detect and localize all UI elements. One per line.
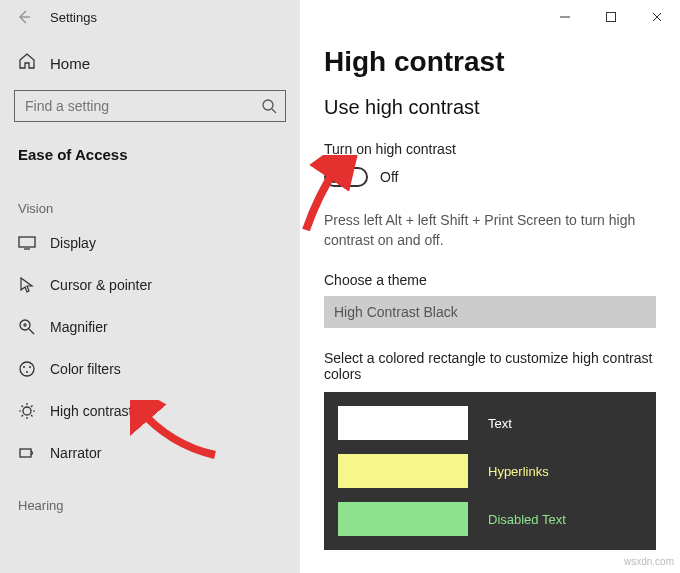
swatch-label-text: Text (488, 416, 512, 431)
swatch-text[interactable] (338, 406, 468, 440)
swatch-disabled[interactable] (338, 502, 468, 536)
magnifier-icon (18, 318, 36, 336)
sidebar-item-highcontrast[interactable]: High contrast (0, 390, 300, 432)
color-filters-icon (18, 360, 36, 378)
theme-label: Choose a theme (324, 272, 656, 288)
customize-label: Select a colored rectangle to customize … (324, 350, 656, 382)
close-button[interactable] (634, 0, 680, 34)
sidebar-item-label: Color filters (50, 361, 121, 377)
svg-rect-1 (19, 237, 35, 247)
sidebar-item-cursor[interactable]: Cursor & pointer (0, 264, 300, 306)
toggle-state: Off (380, 169, 398, 185)
home-label: Home (50, 55, 90, 72)
sidebar-item-label: High contrast (50, 403, 132, 419)
sidebar-item-label: Cursor & pointer (50, 277, 152, 293)
high-contrast-toggle[interactable] (324, 167, 368, 187)
maximize-button[interactable] (588, 0, 634, 34)
group-hearing: Hearing (0, 474, 300, 519)
titlebar: Settings (0, 0, 300, 34)
content-pane: High contrast Use high contrast Turn on … (300, 0, 680, 573)
search-field[interactable] (15, 98, 253, 114)
swatch-area: Text Hyperlinks Disabled Text (324, 392, 656, 550)
swatch-label-disabled: Disabled Text (488, 512, 566, 527)
svg-point-6 (26, 371, 28, 373)
minimize-button[interactable] (542, 0, 588, 34)
theme-select[interactable]: High Contrast Black (324, 296, 656, 328)
sidebar-item-magnifier[interactable]: Magnifier (0, 306, 300, 348)
sidebar: Settings Home Ease of Access Vision Disp (0, 0, 300, 573)
sidebar-item-colorfilters[interactable]: Color filters (0, 348, 300, 390)
display-icon (18, 234, 36, 252)
svg-point-3 (20, 362, 34, 376)
narrator-icon (18, 444, 36, 462)
search-icon (253, 98, 285, 114)
swatch-label-hyperlinks: Hyperlinks (488, 464, 549, 479)
svg-point-5 (29, 366, 31, 368)
svg-rect-8 (20, 449, 31, 457)
shortcut-hint: Press left Alt + left Shift + Print Scre… (324, 211, 654, 250)
svg-point-7 (23, 407, 31, 415)
swatch-row-hyperlinks: Hyperlinks (338, 454, 642, 488)
category-header: Ease of Access (0, 132, 300, 177)
watermark: wsxdn.com (624, 556, 674, 567)
sidebar-item-narrator[interactable]: Narrator (0, 432, 300, 474)
sidebar-item-label: Narrator (50, 445, 101, 461)
app-title: Settings (50, 10, 97, 25)
back-icon[interactable] (14, 7, 34, 27)
swatch-row-text: Text (338, 406, 642, 440)
toggle-label: Turn on high contrast (324, 141, 656, 157)
svg-point-4 (23, 366, 25, 368)
swatch-hyperlinks[interactable] (338, 454, 468, 488)
sidebar-item-label: Display (50, 235, 96, 251)
page-title: High contrast (324, 46, 656, 78)
search-input[interactable] (14, 90, 286, 122)
group-vision: Vision (0, 177, 300, 222)
home-icon (18, 52, 36, 74)
high-contrast-icon (18, 402, 36, 420)
svg-point-0 (263, 100, 273, 110)
svg-rect-9 (607, 13, 616, 22)
cursor-icon (18, 276, 36, 294)
section-title: Use high contrast (324, 96, 656, 119)
swatch-row-disabled: Disabled Text (338, 502, 642, 536)
toggle-knob (328, 171, 340, 183)
sidebar-item-display[interactable]: Display (0, 222, 300, 264)
sidebar-item-label: Magnifier (50, 319, 108, 335)
sidebar-item-home[interactable]: Home (0, 42, 300, 84)
